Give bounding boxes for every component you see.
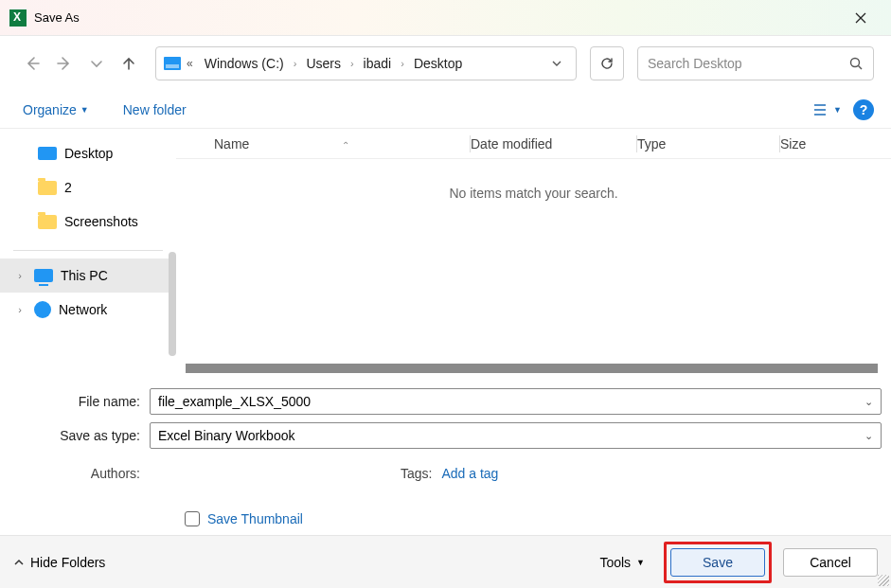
toolbar: Organize ▼ New folder ▼ ? bbox=[0, 91, 891, 129]
chevron-down-icon bbox=[88, 55, 105, 72]
sidebar-item-label: 2 bbox=[64, 180, 72, 195]
file-list-pane: Name ⌃ Date modified Type Size No items … bbox=[176, 129, 891, 375]
sidebar-item-label: This PC bbox=[61, 268, 108, 283]
tools-button[interactable]: Tools ▼ bbox=[592, 551, 652, 574]
help-button[interactable]: ? bbox=[853, 99, 874, 120]
explorer-body: Desktop 2 Screenshots › This PC › Networ… bbox=[0, 129, 891, 375]
tools-label: Tools bbox=[599, 555, 631, 570]
sidebar-item-folder[interactable]: 2 bbox=[0, 170, 176, 205]
drive-icon bbox=[164, 57, 181, 70]
cancel-button[interactable]: Cancel bbox=[783, 548, 878, 577]
refresh-button[interactable] bbox=[590, 46, 624, 80]
chevron-right-icon: › bbox=[294, 58, 297, 69]
tags-label: Tags: bbox=[401, 466, 432, 481]
desktop-icon bbox=[38, 147, 57, 160]
authors-input[interactable] bbox=[150, 462, 292, 485]
column-header-type[interactable]: Type bbox=[637, 136, 779, 151]
add-tag-link[interactable]: Add a tag bbox=[441, 466, 498, 481]
new-folder-label: New folder bbox=[123, 102, 187, 117]
filename-label: File name: bbox=[9, 394, 150, 409]
refresh-icon bbox=[599, 56, 615, 71]
up-button[interactable] bbox=[114, 48, 144, 79]
sidebar-item-screenshots[interactable]: Screenshots bbox=[0, 205, 176, 239]
column-header-size[interactable]: Size bbox=[780, 136, 891, 151]
pc-icon bbox=[34, 269, 53, 282]
close-icon bbox=[855, 12, 866, 24]
breadcrumb-item[interactable]: ibadi bbox=[358, 52, 398, 75]
caret-down-icon: ▼ bbox=[80, 105, 89, 115]
save-button-highlight: Save bbox=[664, 542, 772, 583]
help-icon: ? bbox=[860, 102, 868, 117]
search-input[interactable] bbox=[648, 56, 848, 71]
sidebar-scrollbar[interactable] bbox=[169, 252, 176, 356]
column-label: Name bbox=[214, 136, 249, 151]
caret-down-icon: ▼ bbox=[636, 558, 645, 567]
column-header-date[interactable]: Date modified bbox=[471, 136, 636, 151]
savetype-value: Excel Binary Workbook bbox=[158, 428, 294, 443]
authors-label: Authors: bbox=[9, 466, 150, 481]
search-icon bbox=[848, 56, 864, 71]
column-headers: Name ⌃ Date modified Type Size bbox=[176, 129, 891, 159]
caret-down-icon: ▼ bbox=[833, 105, 842, 115]
forward-button[interactable] bbox=[49, 48, 80, 79]
breadcrumb-item[interactable]: Desktop bbox=[408, 52, 468, 75]
window-title: Save As bbox=[34, 10, 80, 25]
folder-icon bbox=[38, 181, 57, 195]
excel-icon bbox=[9, 9, 27, 27]
folder-icon bbox=[38, 215, 57, 229]
hide-folders-button[interactable]: Hide Folders bbox=[13, 555, 105, 570]
sidebar-item-desktop[interactable]: Desktop bbox=[0, 136, 176, 170]
horizontal-scrollbar[interactable] bbox=[186, 362, 878, 375]
filename-value: file_example_XLSX_5000 bbox=[158, 394, 311, 409]
save-thumbnail-checkbox[interactable] bbox=[185, 511, 200, 526]
resize-grip[interactable] bbox=[878, 575, 889, 586]
filename-input[interactable]: file_example_XLSX_5000 ⌄ bbox=[150, 388, 882, 415]
sidebar: Desktop 2 Screenshots › This PC › Networ… bbox=[0, 129, 176, 375]
breadcrumb[interactable]: « Windows (C:) › Users › ibadi › Desktop bbox=[155, 46, 577, 80]
dropdown-icon[interactable]: ⌄ bbox=[864, 430, 873, 442]
new-folder-button[interactable]: New folder bbox=[117, 98, 192, 121]
save-thumbnail-label[interactable]: Save Thumbnail bbox=[207, 511, 303, 526]
back-button[interactable] bbox=[17, 48, 47, 79]
expand-icon[interactable]: › bbox=[13, 304, 27, 315]
column-header-name[interactable]: Name ⌃ bbox=[176, 136, 470, 151]
save-button[interactable]: Save bbox=[670, 548, 765, 577]
svg-point-0 bbox=[851, 59, 860, 67]
dropdown-icon[interactable]: ⌄ bbox=[864, 396, 873, 408]
network-icon bbox=[34, 301, 51, 318]
chevron-down-icon[interactable] bbox=[551, 58, 562, 69]
savetype-label: Save as type: bbox=[9, 428, 150, 443]
divider bbox=[13, 250, 163, 251]
chevron-up-icon bbox=[13, 557, 25, 568]
sidebar-item-network[interactable]: › Network bbox=[0, 293, 176, 327]
chevron-right-icon: › bbox=[350, 58, 354, 69]
recent-button[interactable] bbox=[81, 48, 112, 79]
sidebar-item-label: Screenshots bbox=[64, 214, 138, 229]
arrow-up-icon bbox=[120, 55, 137, 72]
sidebar-item-label: Network bbox=[59, 302, 107, 317]
sidebar-item-label: Desktop bbox=[64, 146, 113, 161]
nav-bar: « Windows (C:) › Users › ibadi › Desktop bbox=[0, 36, 891, 91]
organize-label: Organize bbox=[23, 102, 77, 117]
organize-button[interactable]: Organize ▼ bbox=[17, 98, 95, 121]
sort-caret-icon: ⌃ bbox=[342, 140, 349, 151]
view-options-button[interactable]: ▼ bbox=[809, 99, 846, 120]
scrollbar-thumb[interactable] bbox=[186, 364, 878, 373]
breadcrumb-item[interactable]: Windows (C:) bbox=[199, 52, 290, 75]
form-area: File name: file_example_XLSX_5000 ⌄ Save… bbox=[0, 375, 891, 532]
savetype-select[interactable]: Excel Binary Workbook ⌄ bbox=[150, 422, 882, 449]
arrow-left-icon bbox=[24, 55, 41, 72]
breadcrumb-overflow[interactable]: « bbox=[187, 57, 193, 70]
search-box[interactable] bbox=[637, 46, 874, 80]
breadcrumb-item[interactable]: Users bbox=[300, 52, 347, 75]
chevron-right-icon: › bbox=[401, 58, 404, 69]
list-view-icon bbox=[812, 103, 829, 116]
arrow-right-icon bbox=[56, 55, 73, 72]
footer: Hide Folders Tools ▼ Save Cancel bbox=[0, 535, 891, 588]
hide-folders-label: Hide Folders bbox=[30, 555, 105, 570]
title-bar: Save As bbox=[0, 0, 891, 36]
sidebar-item-this-pc[interactable]: › This PC bbox=[0, 258, 176, 293]
empty-message: No items match your search. bbox=[176, 186, 891, 201]
close-button[interactable] bbox=[840, 4, 882, 32]
expand-icon[interactable]: › bbox=[13, 270, 27, 281]
